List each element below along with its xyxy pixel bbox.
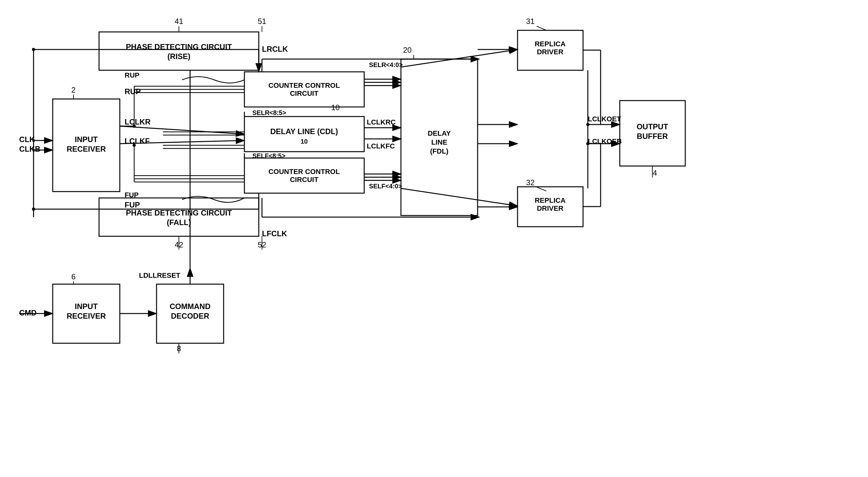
output-buffer-label: OUTPUT [637,122,668,131]
lrclk-label: LRCLK [262,45,288,53]
input-receiver-cmd-label: INPUT [75,302,98,311]
ref-32: 32 [526,178,535,187]
svg-text:LINE: LINE [431,138,447,146]
fdl-label: DELAY [428,129,451,137]
command-decoder-label: COMMAND [169,302,211,311]
self-high-label: SELF<8:5> [252,152,285,159]
selr-low-label: SELR<4:0> [369,61,403,68]
svg-text:(RISE): (RISE) [167,52,190,61]
rup-label: RUP [125,87,141,96]
svg-line-31 [537,26,546,30]
ref-51: 51 [258,17,267,26]
ref-31: 31 [526,17,535,26]
svg-text:FUP: FUP [125,191,138,199]
svg-point-106 [132,144,136,147]
svg-text:RECEIVER: RECEIVER [67,145,106,153]
fup-label: FUP [125,200,140,209]
svg-rect-2 [99,32,259,70]
ref-41: 41 [175,17,183,26]
clk-label: CLK [19,135,35,144]
self-low-label: SELF<4:0> [369,183,402,190]
clkb-label: CLKB [19,145,40,153]
svg-point-44 [32,48,35,51]
phase-detect-fall-label: PHASE DETECTING CIRCUIT [126,209,232,217]
svg-text:BUFFER: BUFFER [637,132,668,140]
circuit-diagram: PHASE DETECTING CIRCUIT (RISE) INPUT REC… [0,0,868,477]
svg-text:CIRCUIT: CIRCUIT [290,89,318,97]
ref-4: 4 [653,168,657,177]
diagram-container: PHASE DETECTING CIRCUIT (RISE) INPUT REC… [0,0,868,477]
lclkf-label: LCLKF [125,137,150,145]
lclkrc-label: LCLKRC [367,118,396,126]
counter-control-bot-label: COUNTER CONTROL [268,168,340,176]
svg-text:RECEIVER: RECEIVER [67,312,106,320]
lclkfc-label: LCLKFC [367,142,395,150]
svg-text:(FDL): (FDL) [430,147,448,155]
ldllreset-label: LDLLRESET [139,272,181,279]
svg-text:CIRCUIT: CIRCUIT [290,176,318,184]
replica-driver-top-label: REPLICA [535,40,566,48]
lfclk-label: LFCLK [262,229,287,238]
input-receiver-clk-label: INPUT [75,135,98,144]
svg-text:DRIVER: DRIVER [537,48,563,56]
svg-point-63 [32,208,35,211]
cdl-label: DELAY LINE (CDL) [270,127,338,136]
svg-text:10: 10 [301,138,308,145]
lclkoet-label: LCLKOET [588,115,621,123]
replica-driver-bot-label: REPLICA [535,196,566,204]
counter-control-top-label: COUNTER CONTROL [268,82,340,89]
svg-line-52 [120,126,244,134]
selr-high-label: SELR<8:5> [252,109,286,116]
svg-text:(FALL): (FALL) [167,218,191,227]
ref-20: 20 [403,46,412,54]
lclkr-label: LCLKR [125,118,151,126]
svg-text:RUP: RUP [125,71,139,79]
svg-text:DRIVER: DRIVER [537,204,563,212]
svg-rect-12 [99,198,259,236]
svg-rect-14 [401,59,477,216]
cmd-label: CMD [19,309,37,317]
ref-6: 6 [71,272,75,281]
ref-2: 2 [71,86,75,94]
svg-text:DECODER: DECODER [171,312,209,320]
ref-10: 10 [331,103,340,112]
